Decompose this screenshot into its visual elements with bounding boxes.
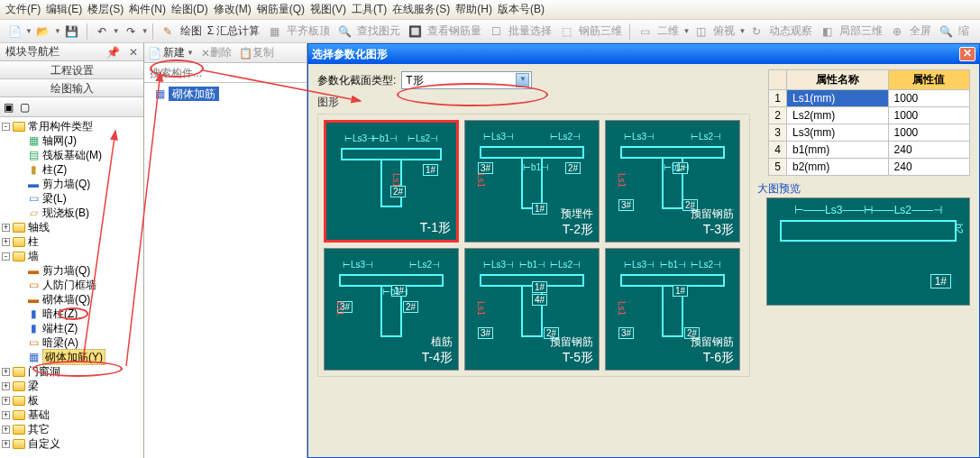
find-label: 查找图元 (357, 23, 400, 39)
loc3d-label: 局部三维 (839, 23, 883, 39)
component-tree[interactable]: -常用构件类型 ▦轴网(J) ▤筏板基础(M) ▮柱(Z) ▬剪力墙(Q) ▭梁… (0, 117, 143, 458)
close-icon[interactable]: ✕ (129, 46, 138, 59)
property-table[interactable]: 属性名称属性值 1Ls1(mm)1000 2Ls2(mm)1000 3Ls3(m… (768, 69, 970, 176)
menu-ver[interactable]: 版本号(B) (498, 2, 545, 17)
dyn-label: 动态观察 (769, 23, 812, 39)
batch-label: 批量选择 (508, 23, 552, 39)
preview-label: 大图预览 (757, 181, 801, 197)
shape-t3[interactable]: ⊢Ls3⊣⊢Ls2⊣1#3#2#⊢b1⊣Ls1 预留钢筋T-3形 (605, 120, 740, 243)
nav-header: 模块导航栏 📌✕ (0, 43, 143, 61)
delete-button: ✕删除 (201, 45, 232, 60)
rebar-icon[interactable]: 🔲 (407, 23, 423, 40)
menu-draw[interactable]: 绘图(D) (171, 2, 208, 17)
dyn-icon[interactable]: ↻ (748, 23, 765, 40)
shape-t4[interactable]: ⊢Ls3⊣⊢Ls2⊣3#2#1#⊢b1⊣Ls1 植筋T-4形 (324, 248, 459, 371)
shape-grid: ⊢Ls3⊣⊢Ls2⊣1#2#Ls1⊢b1⊣ T-1形 ⊢Ls3⊣⊢Ls2⊣3#2… (317, 114, 750, 377)
raft-icon: ▤ (27, 150, 40, 160)
flat-label: 平齐板顶 (287, 23, 330, 39)
sum-label[interactable]: Σ 汇总计算 (207, 23, 261, 39)
beam-icon: ▭ (27, 193, 40, 204)
menu-comp[interactable]: 构件(N) (129, 2, 166, 17)
menu-bar: 文件(F) 编辑(E) 楼层(S) 构件(N) 绘图(D) 修改(M) 钢筋量(… (0, 0, 980, 20)
expand-icon[interactable]: ▣ (4, 101, 16, 114)
tree-masonry[interactable]: ▦砌体加筋(Y) (0, 350, 143, 364)
shape-t1[interactable]: ⊢Ls3⊣⊢Ls2⊣1#2#Ls1⊢b1⊣ T-1形 (324, 120, 459, 243)
open-icon[interactable]: 📂 (35, 23, 51, 40)
rebar-label: 查看钢筋量 (427, 23, 481, 39)
dialog-title: 选择参数化图形 (312, 47, 388, 62)
menu-view[interactable]: 视图(V) (310, 2, 346, 17)
zoom-label: 缩 (958, 23, 969, 39)
tab-project[interactable]: 工程设置 (0, 61, 143, 79)
3d-icon[interactable]: ⬚ (558, 23, 574, 40)
save-icon[interactable]: 💾 (64, 23, 80, 40)
masonry-icon: ▦ (155, 87, 165, 100)
tree-toolbar: ▣ ▢ (0, 97, 143, 117)
undo-icon[interactable]: ↶ (94, 23, 110, 40)
flat-icon[interactable]: ▦ (266, 23, 282, 40)
new-button[interactable]: 📄新建▼ (148, 45, 194, 60)
2d-label: 二维 (657, 23, 679, 39)
new-doc-icon: 📄 (148, 47, 161, 60)
copy-button: 📋复制 (239, 45, 274, 60)
param-dialog: 选择参数化图形 ✕ 参数化截面类型: T形 ▼ 图形 ⊢Ls3⊣⊢Ls2⊣1#2… (307, 43, 980, 458)
tab-draw[interactable]: 绘图输入 (0, 79, 143, 97)
shape-t2[interactable]: ⊢Ls3⊣⊢Ls2⊣3#2#1#⊢b1⊣Ls1 预埋件T-2形 (464, 120, 600, 243)
menu-floor[interactable]: 楼层(S) (87, 2, 124, 17)
delete-icon: ✕ (201, 47, 210, 60)
param-label: 参数化截面类型: (317, 73, 396, 88)
full-icon[interactable]: ⊕ (889, 23, 905, 40)
pin-icon[interactable]: 📌 (106, 46, 120, 59)
loc3d-icon[interactable]: ◧ (819, 23, 835, 40)
menu-help[interactable]: 帮助(H) (455, 2, 492, 17)
copy-icon: 📋 (239, 47, 252, 60)
2d-icon[interactable]: ▭ (637, 23, 653, 40)
section-type-combo[interactable]: T形 ▼ (401, 71, 532, 89)
chevron-down-icon[interactable]: ▼ (516, 73, 529, 87)
shape-t5[interactable]: ⊢Ls3⊣⊢Ls2⊣4#3#2#1#⊢b1⊣Ls1 预留钢筋T-5形 (464, 248, 600, 371)
draw-label[interactable]: 绘图 (180, 23, 202, 39)
menu-online[interactable]: 在线服务(S) (392, 2, 450, 17)
redo-icon[interactable]: ↷ (123, 23, 139, 40)
top-label: 俯视 (713, 23, 735, 39)
collapse-icon[interactable]: ▢ (20, 101, 32, 114)
large-preview: ⊢——Ls3——⊣ ⊢——Ls2——⊣ b2 1# (766, 197, 970, 306)
wall-icon: ▬ (27, 179, 40, 189)
3d-label: 钢筋三维 (579, 23, 622, 39)
dialog-close-icon[interactable]: ✕ (959, 47, 975, 61)
top-icon[interactable]: ◫ (692, 23, 709, 40)
col-icon: ▮ (27, 164, 40, 175)
menu-edit[interactable]: 编辑(E) (46, 2, 82, 17)
slab-icon: ▱ (27, 207, 40, 218)
component-list[interactable]: ▦砌体加筋 (144, 83, 307, 458)
batch-icon[interactable]: ☐ (488, 23, 504, 40)
grid-icon: ▦ (27, 135, 40, 146)
menu-modify[interactable]: 修改(M) (214, 2, 252, 17)
brush-icon[interactable]: ✎ (160, 23, 176, 40)
menu-tool[interactable]: 工具(T) (352, 2, 387, 17)
search-input[interactable] (144, 63, 307, 82)
zoom-icon[interactable]: 🔍 (938, 23, 954, 40)
new-icon[interactable]: 📄 (6, 23, 23, 40)
toolbar: 📄▼ 📂▼ 💾 ↶▼ ↷▼ ✎ 绘图 Σ 汇总计算 ▦ 平齐板顶 🔍 查找图元 … (0, 20, 980, 43)
find-icon[interactable]: 🔍 (336, 23, 353, 40)
full-label: 全屏 (910, 23, 931, 39)
shape-t6[interactable]: ⊢Ls3⊣⊢Ls2⊣1#3#2#⊢b1⊣Ls1 预留钢筋T-6形 (605, 248, 740, 371)
menu-file[interactable]: 文件(F) (5, 2, 41, 17)
menu-rebar[interactable]: 钢筋量(Q) (257, 2, 305, 17)
